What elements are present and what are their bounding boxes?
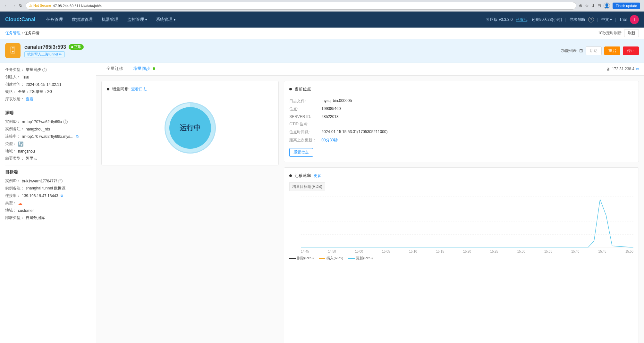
breadcrumb-parent[interactable]: 任务管理	[5, 30, 21, 36]
last-update-row: 距离上次更新： 00分30秒	[289, 138, 633, 143]
ip-display: 172.31.238.4	[612, 67, 634, 71]
tab-incremental-sync-label: 增量同步	[133, 66, 150, 71]
target-copy-icon[interactable]: ⧉	[61, 194, 63, 198]
nav-system-label: 系统管理	[156, 17, 173, 22]
source-instance-id-label: 实例ID：	[5, 119, 21, 124]
job-actions: 功能列表 ⊞ 启动 重启 停止	[561, 46, 639, 55]
source-instance-id-row: 实例ID： rm-bp1707wa62r6y69lx ?	[5, 119, 91, 124]
refresh-button[interactable]: 刷新	[624, 29, 639, 37]
target-region-label: 地域：	[5, 208, 17, 213]
security-warning-icon: ⚠ Not Secure	[29, 4, 51, 8]
version-remaining: 还剩90天23(小时)	[532, 17, 562, 22]
created-at-label: 创建时间：	[5, 82, 24, 87]
source-instance-help-icon[interactable]: ?	[63, 120, 68, 124]
current-position-card: 当前位点 日志文件: mysql-bin.000005 位点: 19908546…	[284, 81, 639, 162]
source-region-value: hangzhou	[18, 149, 35, 154]
source-type-label: 类型：	[5, 141, 17, 146]
language-selector[interactable]: 中文 ▾	[601, 17, 612, 22]
nav-item-system[interactable]: 系统管理 ▾	[151, 12, 180, 28]
avatar[interactable]: T	[630, 15, 639, 24]
job-tag[interactable]: 杭州写入上海tunnel ✏	[24, 51, 65, 57]
source-copy-icon[interactable]: ⧉	[76, 134, 79, 138]
target-instance-note-value: shanghai tunnel 数据源	[26, 186, 65, 191]
table-map-link[interactable]: 查看	[26, 96, 33, 102]
target-instance-id-row: 实例ID： tn-k1wyarn1778477f ?	[5, 178, 91, 184]
breadcrumb-bar: 任务管理 / 任务详情 10秒定时刷新 刷新	[0, 28, 644, 39]
system-arrow-icon: ▾	[174, 18, 175, 21]
target-divider	[5, 165, 91, 165]
x-label-11: 15:45	[598, 250, 606, 253]
source-section-title: 源端	[5, 110, 91, 116]
task-type-row: 任务类型： 增量同步 ?	[5, 67, 91, 72]
finish-update-button[interactable]: Finish update	[613, 3, 640, 9]
left-content: 增量同步 查看日志 运行中	[101, 81, 279, 343]
source-instance-id-value: rm-bp1707wa62r6y69lx	[22, 120, 62, 124]
top-nav: Cloud:Canal 任务管理 数据源管理 机器管理 监控管理 ▾ 系统管理 …	[0, 12, 644, 28]
version-status[interactable]: 已激活,	[516, 17, 528, 22]
view-log-link[interactable]: 查看日志	[131, 87, 147, 92]
nav-separator-1: |	[565, 17, 566, 22]
forward-button[interactable]: →	[11, 3, 16, 8]
copy-ip-icon[interactable]: ⧉	[636, 67, 639, 71]
start-button[interactable]: 启动	[586, 46, 602, 55]
tab-full-migration[interactable]: 全量迁移	[101, 63, 128, 75]
nav-monitor-label: 监控管理	[127, 17, 144, 22]
main-layout: 任务类型： 增量同步 ? 创建人： Trial 创建时间： 2024-01-15…	[0, 63, 644, 343]
last-update-label: 距离上次更新：	[289, 138, 321, 143]
target-instance-help-icon[interactable]: ?	[58, 179, 63, 183]
target-type-icon: ☁	[18, 201, 22, 206]
job-tag-row: 杭州写入上海tunnel ✏	[24, 50, 557, 57]
job-tag-text: 杭州写入上海tunnel	[27, 52, 58, 57]
tab-right-info: 🖥 172.31.238.4 ⧉	[606, 67, 639, 71]
x-label-4: 15:10	[409, 250, 417, 253]
nav-item-machine[interactable]: 机器管理	[97, 12, 123, 28]
more-link[interactable]: 更多	[314, 173, 321, 179]
content-area: 增量同步 查看日志 运行中	[96, 76, 644, 343]
target-deploy-label: 部署类型：	[5, 215, 24, 221]
job-icon: 🗄	[5, 43, 21, 58]
refresh-button[interactable]: ↻	[18, 3, 23, 8]
gtid-row: GTID 位点:	[289, 121, 633, 127]
bookmark-icon: ☆	[585, 3, 589, 8]
nav-separator-3: |	[615, 17, 616, 22]
server-id-label: SERVER ID:	[289, 114, 321, 119]
target-instance-note-label: 实例备注：	[5, 186, 24, 191]
nav-machine-label: 机器管理	[102, 17, 118, 22]
tab-incremental-sync[interactable]: 增量同步	[128, 63, 160, 75]
task-type-help-icon[interactable]: ?	[42, 68, 47, 72]
nav-item-task[interactable]: 任务管理	[42, 12, 67, 28]
legend-insert-icon	[319, 258, 325, 259]
address-bar[interactable]: ⚠ Not Secure 47.98.244.60:8111/#/data/jo…	[26, 2, 576, 10]
spec-row: 规格： 全量：2G 增量：2G	[5, 89, 91, 95]
log-file-row: 日志文件: mysql-bin.000005	[289, 98, 633, 104]
incremental-sync-card: 增量同步 查看日志 运行中	[101, 81, 279, 165]
stop-button[interactable]: 停止	[623, 46, 639, 55]
legend-update-icon	[348, 258, 355, 259]
help-link[interactable]: 寻求帮助	[570, 17, 585, 22]
last-update-value: 00分30秒	[321, 138, 338, 143]
browser-controls: ← → ↻	[4, 3, 23, 8]
spec-label: 规格：	[5, 89, 17, 95]
x-label-0: 14:45	[301, 250, 309, 253]
nav-item-monitor[interactable]: 监控管理 ▾	[123, 12, 151, 28]
target-connection-row: 连接串： 139.196.19.47:18443 ⧉	[5, 193, 91, 198]
trial-label: Trial	[619, 17, 627, 22]
restart-button[interactable]: 重启	[604, 46, 620, 55]
legend-update-label: 更新(RPS)	[356, 256, 373, 261]
task-type-label: 任务类型：	[5, 67, 24, 72]
x-label-2: 15:00	[355, 250, 363, 253]
job-name-text: canalur765i3r593	[24, 44, 66, 50]
left-panel: 任务类型： 增量同步 ? 创建人： Trial 创建时间： 2024-01-15…	[0, 63, 96, 343]
target-connection-label: 连接串：	[5, 193, 21, 198]
cast-icon: ⊕	[579, 3, 582, 8]
nav-right: 社区版 v3.3.3.0 已激活, 还剩90天23(小时) | 寻求帮助 ? |…	[486, 15, 639, 24]
source-divider	[5, 106, 91, 106]
back-button[interactable]: ←	[4, 3, 9, 8]
profile-icon: 👤	[604, 3, 610, 9]
target-deploy-row: 部署类型： 自建数据库	[5, 215, 91, 221]
pos-section-dot-icon	[289, 88, 292, 90]
x-label-1: 14:50	[328, 250, 336, 253]
logo-text: Cloud:Canal	[5, 17, 35, 22]
nav-item-datasource[interactable]: 数据源管理	[67, 12, 97, 28]
reset-position-button[interactable]: 重置位点	[289, 148, 313, 157]
